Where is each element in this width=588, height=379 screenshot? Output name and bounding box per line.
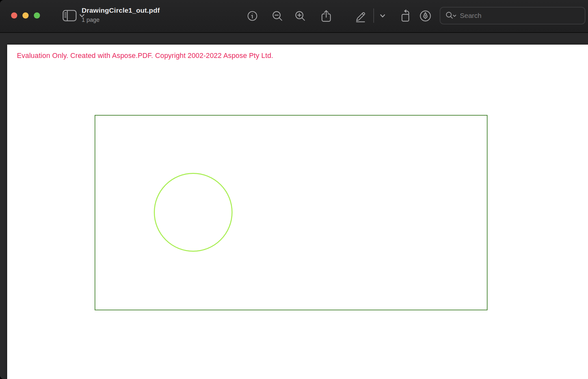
share-icon [320, 9, 332, 22]
info-icon [247, 10, 258, 22]
rotate-left-button[interactable] [398, 9, 413, 23]
zoom-button[interactable] [34, 12, 40, 19]
rotate-left-icon [399, 9, 412, 22]
markup-button[interactable] [353, 9, 368, 23]
zoom-in-icon [294, 10, 306, 22]
info-button[interactable] [245, 9, 260, 23]
pdf-page: Evaluation Only. Created with Aspose.PDF… [7, 45, 588, 379]
minimize-button[interactable] [22, 12, 29, 19]
page-count-label: 1 page [82, 17, 160, 23]
close-button[interactable] [11, 12, 17, 19]
title-bar: DrawingCircle1_out.pdf 1 page [0, 0, 588, 33]
annotate-button[interactable] [418, 9, 433, 23]
drawn-circle [154, 173, 233, 252]
markup-pen-icon [354, 9, 367, 22]
share-button[interactable] [319, 9, 333, 23]
pen-nib-circle-icon [419, 9, 432, 22]
zoom-out-icon [272, 10, 283, 22]
markup-options-button[interactable] [375, 9, 390, 23]
zoom-in-button[interactable] [293, 9, 307, 23]
sidebar-icon [62, 10, 77, 21]
search-icon [446, 11, 457, 20]
preview-window: DrawingCircle1_out.pdf 1 page [0, 0, 588, 379]
search-placeholder: Search [460, 12, 482, 20]
evaluation-watermark: Evaluation Only. Created with Aspose.PDF… [17, 52, 273, 60]
window-title: DrawingCircle1_out.pdf [82, 7, 160, 14]
traffic-lights [11, 12, 40, 19]
search-input[interactable]: Search [440, 7, 585, 24]
zoom-out-button[interactable] [270, 9, 285, 23]
sidebar-toggle-button[interactable] [62, 10, 85, 21]
document-view: Evaluation Only. Created with Aspose.PDF… [0, 34, 588, 379]
document-title-block: DrawingCircle1_out.pdf 1 page [82, 7, 160, 23]
screen: DrawingCircle1_out.pdf 1 page [0, 0, 588, 379]
toolbar-divider [373, 8, 374, 23]
chevron-down-icon [380, 14, 385, 18]
